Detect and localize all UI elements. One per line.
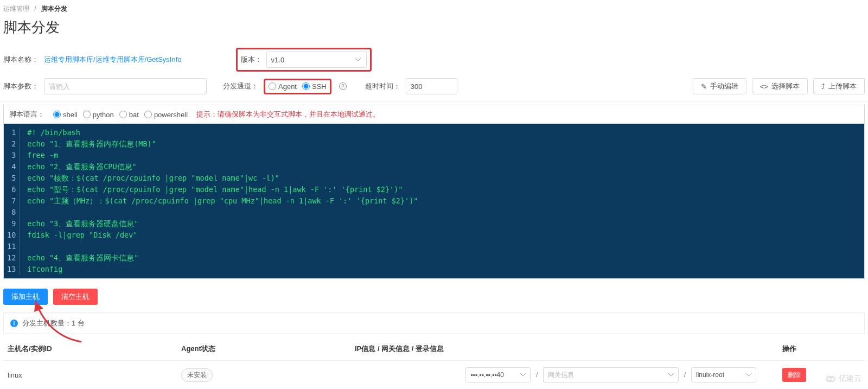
lang-label: 脚本语言： xyxy=(9,110,44,119)
cell-ip: ▪▪▪.▪▪.▪▪.▪▪40 / 网关信息 / linuix-root xyxy=(350,361,778,390)
add-host-button[interactable]: 添加主机 xyxy=(3,289,48,305)
choose-script-button[interactable]: <> 选择脚本 xyxy=(752,78,808,94)
ip-select[interactable]: ▪▪▪.▪▪.▪▪.▪▪40 xyxy=(465,367,531,382)
line-gutter: 12345678910111213 xyxy=(4,124,23,278)
watermark-text: 亿速云 xyxy=(839,374,861,384)
page-title: 脚本分发 xyxy=(0,16,868,44)
host-table: 主机名/实例ID Agent状态 IP信息 / 网关信息 / 登录信息 操作 l… xyxy=(3,337,865,389)
channel-agent-label: Agent xyxy=(278,82,297,91)
lang-radio-group: shell python bat powershell xyxy=(53,111,188,119)
params-input[interactable] xyxy=(44,78,207,94)
radio-icon xyxy=(144,111,152,118)
info-bar: i 分发主机数量：1 台 xyxy=(3,313,865,334)
lang-python-radio[interactable]: python xyxy=(83,111,114,119)
radio-icon-checked xyxy=(302,82,310,90)
params-label: 脚本参数： xyxy=(3,81,39,91)
code-editor[interactable]: 12345678910111213 #! /bin/bashecho "1、查看… xyxy=(4,124,864,278)
timeout-label: 超时时间： xyxy=(365,81,400,91)
host-actions-row: 添加主机 清空主机 xyxy=(0,282,868,309)
lang-powershell-radio[interactable]: powershell xyxy=(144,111,188,119)
th-agent: Agent状态 xyxy=(177,337,350,361)
radio-icon xyxy=(83,111,91,118)
hint-text: 提示：请确保脚本为非交互式脚本，并且在本地调试通过。 xyxy=(196,110,380,119)
radio-icon-checked xyxy=(53,111,61,118)
upload-script-label: 上传脚本 xyxy=(828,81,857,91)
watermark: 亿速云 xyxy=(826,374,861,384)
channel-agent-radio[interactable]: Agent xyxy=(269,82,297,91)
channel-label: 分发通道： xyxy=(223,81,258,91)
version-label: 版本： xyxy=(241,55,262,65)
th-ip: IP信息 / 网关信息 / 登录信息 xyxy=(350,337,778,361)
breadcrumb: 运维管理 / 脚本分发 xyxy=(0,0,868,16)
info-text: 分发主机数量：1 台 xyxy=(22,318,85,328)
delete-button[interactable]: 删除 xyxy=(782,368,806,382)
table-row: linux 未安装 ▪▪▪.▪▪.▪▪.▪▪40 / 网关信息 / linuix… xyxy=(3,361,865,390)
version-select[interactable]: v1.0 xyxy=(266,52,367,68)
help-icon[interactable]: ? xyxy=(339,82,347,90)
lang-python-label: python xyxy=(93,111,114,119)
gateway-select[interactable]: 网关信息 xyxy=(543,367,679,382)
th-op: 操作 xyxy=(778,337,865,361)
watermark-logo-icon xyxy=(826,376,835,381)
row-script-name: 脚本名称： 运维专用脚本库/运维专用脚本库/GetSysInfo 版本： v1.… xyxy=(0,44,868,75)
divider xyxy=(0,101,868,101)
editor-panel: 脚本语言： shell python bat powershell 提示：请确保… xyxy=(3,105,865,279)
choose-script-label: 选择脚本 xyxy=(771,81,800,91)
channel-ssh-radio[interactable]: SSH xyxy=(302,82,327,91)
breadcrumb-current: 脚本分发 xyxy=(41,5,67,12)
th-host: 主机名/实例ID xyxy=(3,337,177,361)
radio-icon xyxy=(269,82,276,90)
channel-group-highlight: Agent SSH xyxy=(264,79,331,94)
version-group-highlight: 版本： v1.0 xyxy=(236,48,372,72)
clear-host-button[interactable]: 清空主机 xyxy=(53,289,98,305)
editor-toolbar: 脚本语言： shell python bat powershell 提示：请确保… xyxy=(4,105,864,124)
manual-edit-button[interactable]: ✎ 手动编辑 xyxy=(693,78,746,94)
breadcrumb-parent[interactable]: 运维管理 xyxy=(3,5,29,12)
login-select[interactable]: linuix-root xyxy=(691,367,756,382)
right-toolbar: ✎ 手动编辑 <> 选择脚本 ⤴ 上传脚本 xyxy=(693,78,865,94)
pencil-icon: ✎ xyxy=(701,82,707,91)
manual-edit-label: 手动编辑 xyxy=(710,81,738,91)
lang-shell-label: shell xyxy=(63,111,78,119)
radio-icon xyxy=(119,111,127,118)
slash-icon: / xyxy=(536,371,538,379)
code-body[interactable]: #! /bin/bashecho "1、查看服务器内存信息(MB)"free -… xyxy=(23,124,422,278)
row-params: 脚本参数： 分发通道： Agent SSH ? 超时时间： ✎ 手动编辑 <> … xyxy=(0,75,868,98)
agent-status-tag: 未安装 xyxy=(181,368,213,382)
channel-radio-group: Agent SSH xyxy=(269,82,327,91)
script-name-value[interactable]: 运维专用脚本库/运维专用脚本库/GetSysInfo xyxy=(44,55,182,65)
cell-agent: 未安装 xyxy=(177,361,350,390)
lang-shell-radio[interactable]: shell xyxy=(53,111,78,119)
upload-script-button[interactable]: ⤴ 上传脚本 xyxy=(813,78,865,94)
script-name-label: 脚本名称： xyxy=(3,55,39,65)
cell-host: linux xyxy=(3,361,177,390)
timeout-input[interactable] xyxy=(406,78,457,94)
upload-icon: ⤴ xyxy=(821,82,825,91)
code-icon: <> xyxy=(760,82,768,91)
lang-powershell-label: powershell xyxy=(154,111,188,119)
lang-bat-label: bat xyxy=(129,111,139,119)
slash-icon: / xyxy=(684,371,686,379)
breadcrumb-separator: / xyxy=(34,5,36,12)
info-icon: i xyxy=(10,320,18,327)
channel-ssh-label: SSH xyxy=(312,82,327,91)
lang-bat-radio[interactable]: bat xyxy=(119,111,139,119)
